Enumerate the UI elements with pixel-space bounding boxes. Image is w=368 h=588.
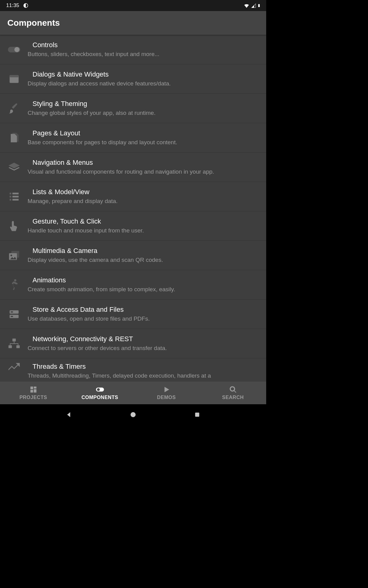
- list-item-storage[interactable]: Store & Access Data and Files Use databa…: [0, 300, 266, 329]
- list-item-styling[interactable]: Styling & Theming Change global styles o…: [0, 94, 266, 123]
- touch-icon: [6, 217, 23, 235]
- svg-rect-17: [11, 316, 13, 317]
- signal-icon: [251, 3, 256, 8]
- list-item-animations[interactable]: Animations Create smooth animation, from…: [0, 270, 266, 300]
- item-subtitle: Connect to servers or other devices and …: [28, 344, 260, 352]
- run-icon: [6, 276, 23, 293]
- storage-icon: [6, 306, 23, 323]
- list-item-networking[interactable]: Networking, Connectivity & REST Connect …: [0, 329, 266, 358]
- trending-icon: [6, 359, 23, 376]
- svg-rect-18: [13, 338, 16, 341]
- tab-projects[interactable]: PROJECTS: [0, 382, 67, 404]
- item-title: Dialogs & Native Widgets: [28, 70, 260, 78]
- list-icon: [6, 188, 23, 205]
- item-subtitle: Visual and functional components for rou…: [28, 168, 260, 176]
- nav-recent-button[interactable]: [192, 409, 203, 420]
- image-icon: [6, 247, 23, 264]
- layers-icon: [6, 159, 23, 176]
- svg-rect-19: [9, 345, 12, 348]
- nav-back-button[interactable]: [63, 409, 75, 420]
- item-subtitle: Threads, Multithreading, Timers, delayed…: [28, 372, 260, 380]
- item-subtitle: Manage, prepare and display data.: [28, 197, 260, 205]
- network-icon: [6, 335, 23, 352]
- components-list[interactable]: Controls Buttons, sliders, checkboxes, t…: [0, 35, 266, 382]
- item-subtitle: Use databases, open and store files and …: [28, 315, 260, 323]
- item-title: Animations: [28, 276, 260, 284]
- item-subtitle: Create smooth animation, from simple to …: [28, 285, 260, 293]
- svg-rect-8: [10, 199, 11, 201]
- item-title: Multimedia & Camera: [28, 247, 260, 255]
- page-icon: [6, 129, 23, 146]
- svg-point-1: [14, 47, 20, 52]
- item-subtitle: Change global styles of your app, also a…: [28, 109, 260, 117]
- svg-rect-7: [13, 196, 19, 198]
- window-icon: [6, 70, 23, 88]
- item-subtitle: Display dialogs and access native device…: [28, 80, 260, 88]
- item-title: Pages & Layout: [28, 129, 260, 137]
- tab-components[interactable]: COMPONENTS: [67, 382, 133, 404]
- svg-rect-5: [13, 193, 19, 194]
- list-item-navigation[interactable]: Navigation & Menus Visual and functional…: [0, 153, 266, 182]
- list-item-threads[interactable]: Threads & Timers Threads, Multithreading…: [0, 358, 266, 380]
- tab-label: SEARCH: [222, 395, 244, 400]
- list-item-pages[interactable]: Pages & Layout Base components for pages…: [0, 123, 266, 153]
- svg-rect-20: [16, 345, 20, 348]
- system-nav-bar: [0, 404, 266, 425]
- item-title: Lists & Model/View: [28, 188, 260, 196]
- svg-rect-3: [10, 75, 18, 77]
- svg-rect-4: [10, 193, 11, 194]
- list-item-dialogs[interactable]: Dialogs & Native Widgets Display dialogs…: [0, 64, 266, 94]
- svg-rect-15: [11, 311, 13, 312]
- tab-demos[interactable]: DEMOS: [133, 382, 200, 404]
- list-item-multimedia[interactable]: Multimedia & Camera Display videos, use …: [0, 241, 266, 270]
- item-title: Store & Access Data and Files: [28, 306, 260, 314]
- page-title: Components: [7, 18, 60, 28]
- svg-point-13: [14, 279, 16, 281]
- svg-point-23: [131, 412, 136, 417]
- tab-label: PROJECTS: [19, 395, 47, 400]
- tab-search[interactable]: SEARCH: [200, 382, 266, 404]
- svg-point-12: [10, 254, 12, 256]
- item-subtitle: Handle touch and mouse input from the us…: [28, 227, 260, 235]
- svg-rect-24: [195, 413, 199, 417]
- svg-rect-9: [13, 199, 19, 201]
- bottom-nav: PROJECTS COMPONENTS DEMOS SEARCH: [0, 382, 266, 404]
- item-title: Gesture, Touch & Click: [28, 217, 260, 225]
- item-title: Navigation & Menus: [28, 159, 260, 167]
- nav-home-button[interactable]: [128, 409, 139, 420]
- item-title: Controls: [28, 41, 260, 49]
- brush-icon: [6, 100, 23, 117]
- item-title: Styling & Theming: [28, 100, 260, 108]
- status-time: 11:35: [6, 2, 19, 9]
- battery-icon: [258, 2, 261, 9]
- item-title: Networking, Connectivity & REST: [28, 335, 260, 343]
- tab-label: DEMOS: [157, 395, 176, 400]
- status-bar: 11:35: [0, 0, 266, 11]
- toggle-icon: [6, 41, 23, 58]
- list-item-gesture[interactable]: Gesture, Touch & Click Handle touch and …: [0, 211, 266, 241]
- item-subtitle: Buttons, sliders, checkboxes, text input…: [28, 50, 260, 58]
- item-title: Threads & Timers: [28, 363, 260, 371]
- item-subtitle: Display videos, use the camera and scan …: [28, 256, 260, 264]
- svg-point-22: [97, 388, 100, 391]
- app-header: Components: [0, 11, 266, 35]
- item-subtitle: Base components for pages to display and…: [28, 138, 260, 146]
- contrast-icon: [23, 3, 29, 8]
- tab-label: COMPONENTS: [82, 395, 118, 400]
- list-item-controls[interactable]: Controls Buttons, sliders, checkboxes, t…: [0, 35, 266, 64]
- list-item-lists[interactable]: Lists & Model/View Manage, prepare and d…: [0, 182, 266, 211]
- svg-rect-6: [10, 196, 11, 198]
- wifi-icon: [243, 2, 250, 9]
